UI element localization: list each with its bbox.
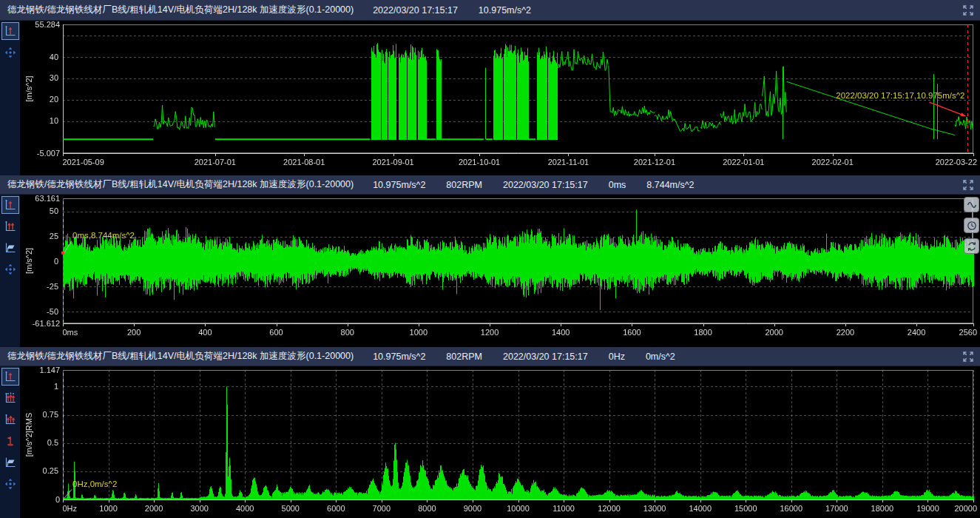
- spectrum-body: [0, 366, 980, 518]
- sideband-cursor-tool-icon[interactable]: [2, 411, 18, 428]
- sine-wave-icon[interactable]: [964, 197, 979, 212]
- cursor-tool-icon[interactable]: [2, 197, 18, 213]
- trend-panel: 德龙钢铁/德龙钢铁线材厂B线/粗轧机14V/电机负荷端2H/128k 加速度波形…: [0, 0, 980, 175]
- move-tool-icon[interactable]: [2, 476, 18, 492]
- clock-icon[interactable]: [964, 218, 979, 233]
- titlebar-meta: 2022/03/20 17:15:17: [373, 5, 458, 16]
- waveform-body: [0, 195, 980, 347]
- spectrum-toolbar: [0, 366, 20, 518]
- waveform-toolbar: [0, 195, 20, 347]
- fullscreen-icon[interactable]: [962, 4, 975, 17]
- titlebar-meta: 0ms: [609, 180, 626, 190]
- titlebar-meta: 2022/03/20 17:15:17: [503, 352, 588, 362]
- chart-title: 德龙钢铁/德龙钢铁线材厂B线/粗轧机14V/电机负荷端2H/128k 加速度波形…: [7, 178, 354, 191]
- titlebar-meta: 10.975m/s^2: [373, 180, 425, 190]
- waveform-titlebar: 德龙钢铁/德龙钢铁线材厂B线/粗轧机14V/电机负荷端2H/128k 加速度波形…: [0, 175, 980, 195]
- titlebar-meta: 0Hz: [609, 352, 625, 362]
- titlebar-meta: 10.975m/s^2: [373, 352, 425, 362]
- cursor-tool-icon[interactable]: [2, 23, 18, 39]
- flag-tool-icon[interactable]: [2, 433, 18, 449]
- chart-title: 德龙钢铁/德龙钢铁线材厂B线/粗轧机14V/电机负荷端2H/128k 加速度波形…: [7, 350, 354, 363]
- titlebar-meta: 2022/03/20 17:15:17: [503, 180, 588, 190]
- harmonic-cursor-tool-icon[interactable]: [2, 390, 18, 406]
- cursor-tool-icon[interactable]: [2, 369, 18, 385]
- trend-chart-canvas[interactable]: [20, 21, 980, 175]
- waveform-panel: 德龙钢铁/德龙钢铁线材厂B线/粗轧机14V/电机负荷端2H/128k 加速度波形…: [0, 175, 980, 347]
- spectrum-titlebar: 德龙钢铁/德龙钢铁线材厂B线/粗轧机14V/电机负荷端2H/128k 加速度波形…: [0, 347, 980, 366]
- spectrum-panel: 德龙钢铁/德龙钢铁线材厂B线/粗轧机14V/电机负荷端2H/128k 加速度波形…: [0, 347, 980, 518]
- move-tool-icon[interactable]: [2, 44, 18, 61]
- waveform-chart-canvas[interactable]: [20, 195, 980, 347]
- titlebar-meta-group: 10.975m/s^2802RPM2022/03/20 17:15:170ms8…: [373, 180, 694, 190]
- spectrum-chart-canvas[interactable]: [20, 366, 980, 518]
- annotation-tool-icon[interactable]: [2, 454, 18, 471]
- waveform-overlay-buttons: [964, 197, 979, 254]
- titlebar-meta: 8.744m/s^2: [646, 180, 694, 190]
- trend-toolbar: [0, 21, 20, 175]
- chart-title: 德龙钢铁/德龙钢铁线材厂B线/粗轧机14V/电机负荷端2H/128k 加速度波形…: [7, 4, 354, 16]
- double-cursor-tool-icon[interactable]: [2, 218, 18, 235]
- titlebar-meta-group: 2022/03/20 17:15:1710.975m/s^2: [373, 5, 531, 16]
- titlebar-meta-group: 10.975m/s^2802RPM2022/03/20 17:15:170Hz0…: [373, 352, 675, 362]
- move-tool-icon[interactable]: [2, 261, 18, 278]
- titlebar-meta: 802RPM: [446, 180, 482, 190]
- titlebar-meta: 802RPM: [446, 352, 482, 362]
- circular-arrows-icon[interactable]: [964, 238, 979, 254]
- titlebar-meta: 0m/s^2: [646, 352, 675, 362]
- trend-titlebar: 德龙钢铁/德龙钢铁线材厂B线/粗轧机14V/电机负荷端2H/128k 加速度波形…: [0, 0, 980, 21]
- trend-body: [0, 21, 980, 175]
- titlebar-meta: 10.975m/s^2: [479, 5, 531, 16]
- annotation-tool-icon[interactable]: [2, 240, 18, 256]
- fullscreen-icon[interactable]: [962, 178, 975, 192]
- fullscreen-icon[interactable]: [962, 350, 975, 363]
